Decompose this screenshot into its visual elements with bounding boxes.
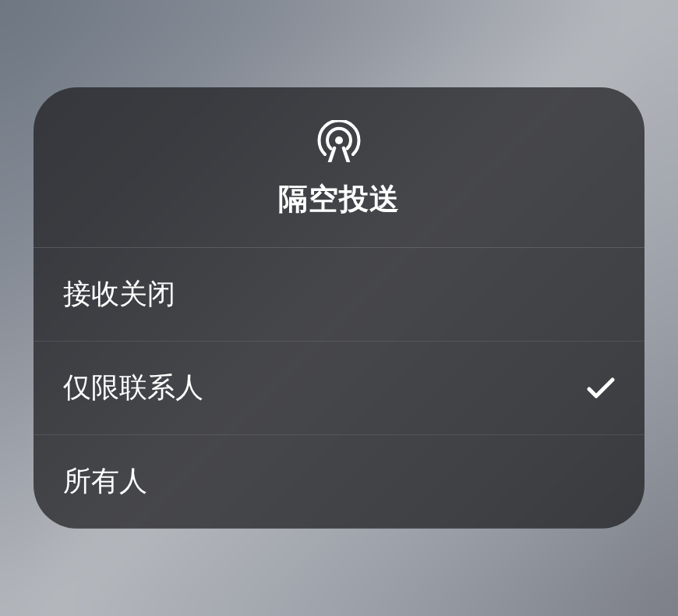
option-label: 仅限联系人 <box>63 369 203 407</box>
airdrop-icon <box>313 120 365 162</box>
options-list: 接收关闭 仅限联系人 所有人 <box>34 247 644 529</box>
option-label: 所有人 <box>63 462 147 501</box>
option-receiving-off[interactable]: 接收关闭 <box>34 248 644 342</box>
option-label: 接收关闭 <box>63 275 175 313</box>
panel-header: 隔空投送 <box>34 87 644 247</box>
airdrop-settings-panel: 隔空投送 接收关闭 仅限联系人 所有人 <box>34 87 644 529</box>
option-contacts-only[interactable]: 仅限联系人 <box>34 342 644 435</box>
svg-point-0 <box>335 136 343 144</box>
panel-title: 隔空投送 <box>278 179 400 219</box>
option-everyone[interactable]: 所有人 <box>34 435 644 529</box>
checkmark-icon <box>587 374 615 402</box>
